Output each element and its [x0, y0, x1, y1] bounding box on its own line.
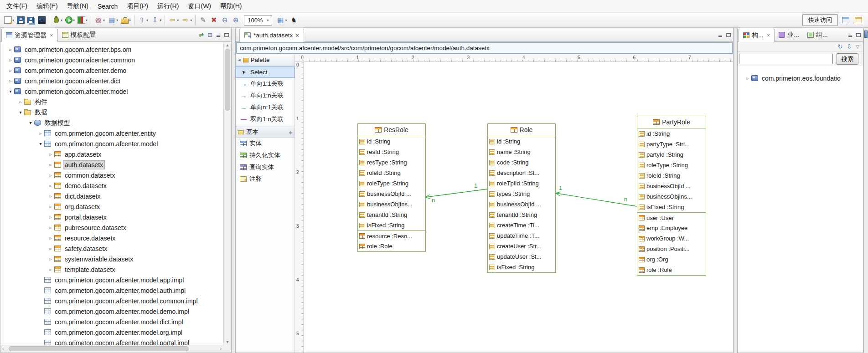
tree-item[interactable]: ▹org.datasetx — [0, 201, 223, 212]
console-icon[interactable] — [36, 14, 47, 26]
view-tab[interactable]: 资源管理器× — [1, 29, 58, 42]
tree-item[interactable]: ▾com.primeton.gocom.afcenter.model — [0, 86, 223, 97]
tree-item[interactable]: ▾com.primeton.gocom.afcenter.model — [0, 138, 223, 149]
dropdown-arrow-icon[interactable]: ▾ — [61, 18, 62, 22]
scroll-left-icon[interactable]: ‹ — [2, 346, 4, 351]
expand-arrow-icon[interactable]: ▹ — [47, 225, 54, 230]
collapse-palette-icon[interactable]: ◂ — [238, 57, 241, 63]
debug-icon[interactable]: ▾ — [51, 14, 64, 26]
dropdown-arrow-icon[interactable]: ▾ — [86, 18, 88, 22]
expand-arrow-icon[interactable]: ▹ — [47, 204, 54, 209]
entity-field[interactable]: roleId :String — [637, 170, 706, 181]
menu-item[interactable]: 编辑(E) — [32, 0, 62, 12]
link-with-editor-icon[interactable]: ⇄ — [199, 31, 204, 38]
expand-arrow-icon[interactable]: ▹ — [7, 47, 14, 52]
entity-field[interactable]: tenantId :String — [358, 210, 425, 220]
entity-field[interactable]: resId :String — [358, 147, 425, 157]
entity-field[interactable]: emp :Employee — [637, 223, 706, 233]
zoom-in-icon[interactable]: ⊕ — [230, 14, 241, 26]
open-perspective-icon[interactable] — [841, 14, 851, 26]
close-icon[interactable]: × — [50, 32, 53, 39]
entity-field[interactable]: businessObjIns... — [637, 191, 706, 202]
menu-item[interactable]: 导航(N) — [62, 0, 93, 12]
palette-tool[interactable]: 持久化实体 — [236, 149, 294, 161]
entity-field[interactable]: isFixed :String — [358, 220, 425, 230]
expand-arrow-icon[interactable]: ▹ — [7, 68, 14, 73]
entity-field[interactable]: roleId :String — [358, 168, 425, 178]
tree-item[interactable]: ▹pubresource.datasetx — [0, 222, 223, 233]
tree-item[interactable]: com.primeton.gocom.afcenter.model.dict.i… — [0, 317, 223, 327]
view-tab[interactable]: 模板配置 — [58, 28, 100, 41]
entity-field[interactable]: createTime :Ti... — [488, 220, 555, 230]
tree-item[interactable]: ▹safety.datasetx — [0, 243, 223, 254]
close-icon[interactable]: × — [295, 32, 299, 39]
tree-item[interactable]: ▹com.primeton.gocom.afcenter.demo — [0, 65, 223, 76]
entity-field[interactable]: createUser :Str... — [488, 241, 555, 251]
tree-item[interactable]: ▹com.primeton.gocom.afcenter.dict — [0, 76, 223, 86]
minimize-icon[interactable] — [848, 33, 852, 37]
prev-annotation-icon[interactable]: ⇧▾ — [136, 14, 150, 26]
scrollbar-thumb[interactable] — [225, 49, 230, 111]
collapse-all-icon[interactable]: ⊟ — [207, 31, 212, 38]
expand-arrow-icon[interactable]: ▹ — [744, 76, 751, 81]
tree-item[interactable]: ▹common.datasetx — [0, 170, 223, 180]
tree-item[interactable]: ▹构件 — [0, 97, 223, 107]
entity-field[interactable]: businessObjId ... — [637, 181, 706, 191]
entity-field[interactable]: workGroup :W... — [637, 233, 706, 244]
import-icon[interactable]: ⇩ — [847, 43, 852, 50]
profile-icon[interactable]: ▨▾ — [93, 14, 106, 26]
maximize-icon[interactable] — [856, 33, 861, 37]
entity-field[interactable]: resource :Reso... — [358, 230, 425, 241]
entity-field[interactable]: user :User — [637, 212, 706, 223]
dropdown-arrow-icon[interactable]: ▾ — [285, 18, 287, 22]
entity-field[interactable]: partyId :String — [637, 149, 706, 160]
delete-icon[interactable]: ✖ — [208, 14, 219, 26]
run-icon[interactable]: ▾ — [64, 14, 76, 26]
dropdown-arrow-icon[interactable]: ▾ — [73, 18, 75, 22]
expand-arrow-icon[interactable]: ▾ — [7, 89, 14, 94]
entity-field[interactable]: isFixed :String — [488, 262, 555, 272]
dropdown-arrow-icon[interactable]: ▾ — [177, 18, 179, 22]
expand-arrow-icon[interactable]: ▹ — [47, 173, 54, 178]
expand-arrow-icon[interactable]: ▹ — [47, 194, 54, 199]
restore-view-icon[interactable] — [864, 31, 868, 38]
tree-item[interactable]: ▾数据 — [0, 107, 223, 118]
close-icon[interactable]: × — [767, 32, 770, 39]
editor-tab-auth-datasetx[interactable]: *auth.datasetx × — [239, 29, 304, 42]
entity-field[interactable]: resType :String — [358, 157, 425, 168]
scrollbar-thumb[interactable] — [9, 346, 189, 351]
tree-item[interactable]: com.primeton.gocom.afcenter.model.auth.i… — [0, 285, 223, 296]
entity-field[interactable]: roleTplId :String — [488, 178, 555, 189]
entity-field[interactable]: types :String — [488, 189, 555, 199]
expand-arrow-icon[interactable]: ▾ — [27, 120, 34, 125]
scroll-right-icon[interactable]: › — [220, 346, 222, 351]
entity-field[interactable]: role :Role — [358, 241, 425, 251]
quick-access-button[interactable]: 快速访问 — [802, 14, 838, 26]
tree-item[interactable]: ▹auth.datasetx — [0, 159, 223, 170]
palette-drawer[interactable]: 基本◈ — [236, 127, 294, 138]
entity-field[interactable]: businessObjId ... — [488, 199, 555, 210]
tree-item[interactable]: com.primeton.gocom.afcenter.model.portal… — [0, 338, 223, 345]
entity-field[interactable]: updateUser :St... — [488, 251, 555, 262]
tree-item[interactable]: ▹com.primeton.gocom.afcenter.common — [0, 55, 223, 65]
tree-item[interactable]: ▾数据模型 — [0, 118, 223, 128]
palette-tool[interactable]: →单向n:1关联 — [236, 102, 294, 113]
tree-item[interactable]: ▹portal.datasetx — [0, 212, 223, 222]
pin-icon[interactable]: ◈ — [289, 130, 292, 135]
minimize-icon[interactable] — [216, 33, 221, 37]
entity-ResRole[interactable]: ResRoleid :StringresId :StringresType :S… — [357, 123, 426, 252]
expand-arrow-icon[interactable]: ▹ — [37, 131, 44, 136]
tree-item[interactable]: ▹com.primeton.gocom.afcenter.entity — [0, 128, 223, 138]
back-icon[interactable]: ⇦▾ — [167, 14, 180, 26]
dropdown-arrow-icon[interactable]: ▾ — [116, 18, 118, 22]
expand-arrow-icon[interactable]: ▹ — [47, 246, 54, 251]
tree-item[interactable]: ▹com.primeton.gocom.afcenter.bps.om — [0, 44, 223, 55]
tree-item[interactable]: ▹systemvariable.datasetx — [0, 254, 223, 264]
entity-field[interactable]: businessObjId ... — [358, 189, 425, 199]
dropdown-arrow-icon[interactable]: ▾ — [129, 18, 131, 22]
palette-tool[interactable]: →单向1:1关联 — [236, 78, 294, 90]
menu-item[interactable]: 文件(F) — [2, 0, 32, 12]
search-button[interactable]: 搜索 — [837, 53, 858, 65]
tree-item[interactable]: ▹template.datasetx — [0, 264, 223, 275]
scroll-down-icon[interactable]: ▼ — [224, 340, 231, 344]
